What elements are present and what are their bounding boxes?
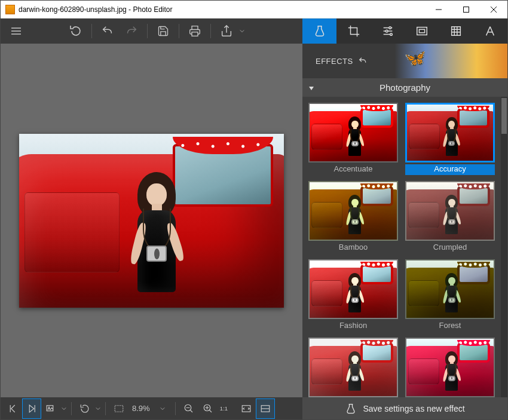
svg-point-9 — [48, 407, 50, 408]
svg-rect-6 — [420, 29, 425, 33]
effect-label: Forest — [405, 321, 495, 332]
effects-header-label: EFFECTS — [316, 57, 353, 66]
tab-effects[interactable] — [302, 19, 336, 44]
effects-header: EFFECTS 🦋 — [302, 44, 507, 78]
effect-thumbnail — [308, 181, 398, 241]
app-icon — [5, 5, 15, 14]
minimize-button[interactable] — [425, 1, 452, 19]
category-header[interactable]: Photography — [302, 78, 507, 97]
menu-button[interactable] — [4, 19, 28, 43]
zoom-in-button[interactable] — [198, 398, 218, 419]
effect-crumpled[interactable]: Crumpled — [405, 181, 495, 253]
window-title: darwin-kong-602890-unsplash.jpg - Photo … — [19, 5, 173, 14]
effect-thumbnail — [405, 338, 495, 397]
share-button[interactable] — [215, 19, 238, 43]
svg-point-4 — [390, 33, 393, 36]
svg-rect-10 — [115, 405, 123, 412]
svg-rect-5 — [417, 27, 427, 35]
undo-all-button[interactable] — [64, 19, 88, 43]
effect-accentuate[interactable]: Accentuate — [308, 103, 398, 175]
effect-label: Accentuate — [308, 164, 398, 175]
effects-scrollbar[interactable] — [501, 97, 507, 397]
maximize-button[interactable] — [452, 1, 480, 19]
effect-label: Bamboo — [308, 243, 398, 253]
effects-grid: Accentuate Accuracy Bamboo Crumpled Fash… — [302, 97, 501, 397]
butterfly-decoration: 🦋 — [404, 47, 426, 68]
fit-window-button[interactable] — [237, 398, 256, 419]
tab-crop[interactable] — [336, 19, 371, 44]
effect-forest[interactable]: Forest — [405, 259, 495, 332]
fit-mode-button[interactable] — [109, 398, 128, 419]
svg-point-3 — [385, 30, 388, 32]
effect-label: Accuracy — [405, 164, 495, 175]
svg-text:1:1: 1:1 — [220, 405, 228, 412]
effect-thumbnail — [405, 259, 495, 319]
zoom-out-button[interactable] — [179, 398, 198, 419]
gallery-button[interactable] — [41, 398, 60, 419]
fill-window-button[interactable] — [256, 398, 275, 419]
effect-thumbnail — [308, 103, 398, 163]
svg-point-2 — [389, 27, 391, 29]
effect-thumbnail — [405, 181, 495, 241]
effect-fashion[interactable]: Fashion — [308, 259, 398, 332]
tab-adjust[interactable] — [371, 19, 405, 44]
effect-thumbnail — [308, 259, 398, 319]
tab-texture[interactable] — [439, 19, 473, 44]
flask-icon — [345, 403, 357, 415]
titlebar: darwin-kong-602890-unsplash.jpg - Photo … — [1, 1, 507, 19]
gallery-caret[interactable] — [60, 406, 68, 411]
close-button[interactable] — [480, 1, 507, 19]
effects-sidebar: EFFECTS 🦋 Photography Accentuate Accurac… — [302, 44, 507, 397]
prev-image-button[interactable] — [3, 398, 22, 419]
effect-label: Fashion — [308, 321, 398, 332]
right-tabs — [302, 19, 507, 44]
save-effect-label: Save settings as new effect — [363, 404, 464, 413]
effect-bamboo[interactable]: Bamboo — [308, 181, 398, 253]
effect-item-7[interactable] — [405, 338, 495, 397]
svg-rect-1 — [192, 32, 198, 36]
undo-button[interactable] — [96, 19, 120, 43]
print-button[interactable] — [183, 19, 207, 43]
category-name: Photography — [380, 82, 430, 93]
bottom-toolbar: 8.9% 1:1 — [1, 397, 302, 419]
rotate-caret[interactable] — [94, 406, 102, 411]
reset-effects-icon[interactable] — [358, 56, 368, 66]
share-dropdown-caret[interactable] — [238, 29, 246, 33]
redo-button[interactable] — [120, 19, 143, 43]
actual-size-button[interactable]: 1:1 — [218, 398, 237, 419]
tab-vignette[interactable] — [405, 19, 439, 44]
effect-item-6[interactable] — [308, 338, 398, 397]
svg-rect-0 — [464, 7, 469, 12]
effect-label: Crumpled — [405, 243, 495, 253]
zoom-value: 8.9% — [128, 404, 154, 413]
effect-accuracy[interactable]: Accuracy — [405, 103, 495, 175]
main-photo — [19, 134, 284, 308]
collapse-icon — [308, 85, 314, 91]
effect-thumbnail — [308, 338, 398, 397]
save-effect-button[interactable]: Save settings as new effect — [302, 397, 507, 419]
tab-text[interactable] — [473, 19, 507, 44]
effect-thumbnail — [405, 103, 495, 163]
slideshow-button[interactable] — [22, 398, 41, 419]
main-toolbar — [1, 19, 302, 44]
save-button[interactable] — [151, 19, 175, 43]
zoom-caret[interactable] — [154, 406, 172, 411]
rotate-button[interactable] — [75, 398, 94, 419]
canvas-area[interactable] — [1, 44, 302, 397]
